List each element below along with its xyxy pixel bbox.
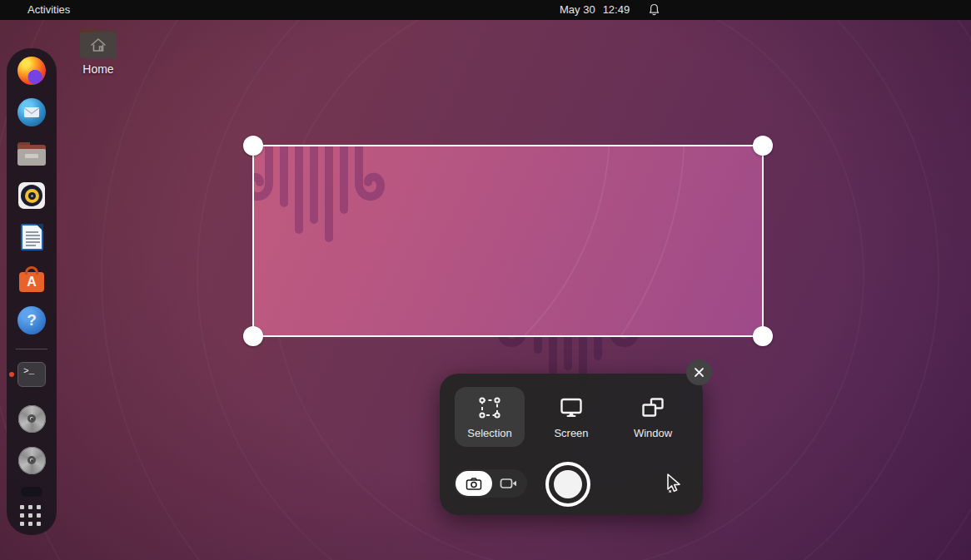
home-folder-desktop-icon[interactable]: Home — [75, 28, 122, 76]
folder-icon — [79, 28, 117, 58]
shutter-inner-circle — [554, 470, 582, 498]
capture-mode-row: Selection Screen Window — [440, 387, 703, 447]
libreoffice-writer-icon[interactable] — [17, 222, 47, 252]
mode-label: Window — [634, 427, 672, 439]
top-bar: Activities May 30 12:49 — [0, 0, 971, 20]
selection-handle-bottom-right[interactable] — [753, 326, 773, 346]
still-camera-toggle-button[interactable] — [456, 471, 492, 496]
mode-selection-button[interactable]: Selection — [455, 387, 525, 447]
ubuntu-software-icon[interactable]: A — [17, 264, 47, 294]
selection-handle-top-right[interactable] — [753, 136, 773, 156]
house-glyph-icon — [90, 37, 107, 52]
help-question-icon[interactable]: ? — [17, 305, 47, 335]
dock: A ? >_ — [7, 48, 57, 535]
notification-bell-icon — [648, 3, 660, 19]
mode-window-button[interactable]: Window — [618, 387, 688, 447]
close-icon — [694, 367, 705, 378]
show-applications-button[interactable] — [20, 505, 43, 528]
mode-label: Selection — [467, 427, 511, 439]
selection-region-border[interactable] — [252, 145, 764, 337]
dock-divider — [16, 349, 47, 349]
capture-type-toggle — [454, 469, 527, 498]
still-camera-icon — [466, 478, 482, 490]
activities-button[interactable]: Activities — [22, 0, 75, 20]
selection-handle-bottom-left[interactable] — [243, 326, 263, 346]
desktop-screen: Activities May 30 12:49 Home — [0, 0, 971, 560]
clock-date: May 30 — [560, 0, 595, 20]
video-camera-icon — [500, 478, 518, 489]
files-folder-icon[interactable] — [17, 139, 47, 169]
selection-mode-icon — [475, 393, 505, 423]
close-button[interactable] — [686, 359, 712, 385]
mode-screen-button[interactable]: Screen — [536, 387, 606, 447]
home-folder-label: Home — [75, 62, 122, 76]
removable-drive-icon[interactable] — [21, 487, 42, 497]
terminal-icon[interactable]: >_ — [17, 359, 47, 389]
screen-mode-icon — [556, 393, 586, 423]
optical-disc-icon[interactable] — [17, 404, 47, 434]
thunderbird-mail-icon[interactable] — [17, 97, 47, 127]
running-indicator-dot — [9, 372, 14, 377]
clock-menu[interactable]: May 30 12:49 — [560, 0, 630, 20]
mode-label: Screen — [554, 427, 588, 439]
rhythmbox-music-icon[interactable] — [17, 181, 47, 211]
window-mode-icon — [638, 393, 668, 423]
mouse-cursor — [663, 472, 683, 498]
optical-disc-icon[interactable] — [17, 445, 47, 475]
capture-shutter-button[interactable] — [545, 462, 590, 507]
selection-handle-top-left[interactable] — [243, 136, 263, 156]
video-camera-toggle-button[interactable] — [492, 471, 525, 496]
firefox-icon[interactable] — [17, 56, 47, 86]
clock-time: 12:49 — [603, 0, 630, 20]
